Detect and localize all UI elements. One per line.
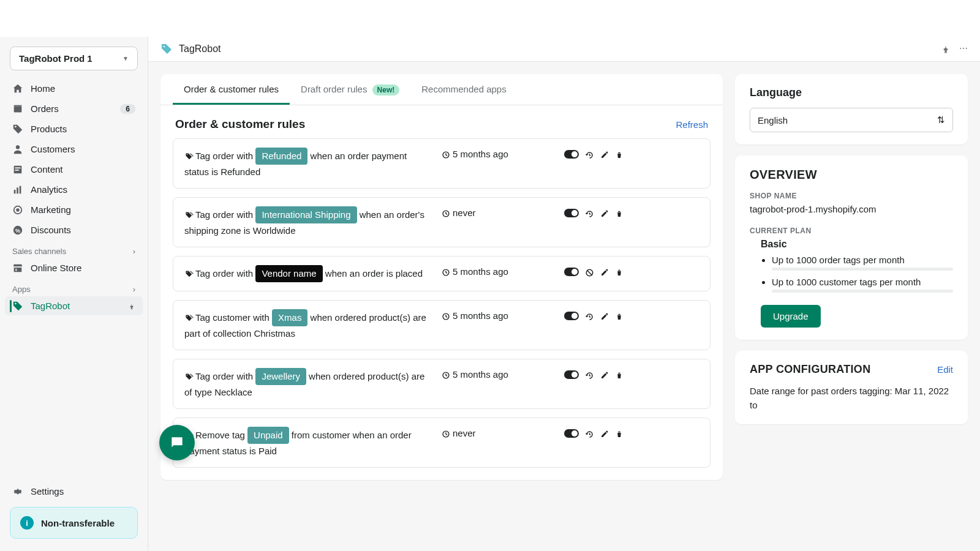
- info-icon: i: [20, 516, 34, 530]
- clock-icon: [442, 149, 450, 159]
- nav-marketing[interactable]: Marketing: [5, 200, 143, 219]
- delete-icon[interactable]: [615, 310, 624, 321]
- svg-rect-7: [17, 188, 18, 194]
- nav-label: Content: [31, 164, 63, 174]
- edit-icon[interactable]: [600, 310, 609, 321]
- language-select[interactable]: English ⇅: [750, 108, 953, 132]
- tabs: Order & customer rules Draft order rules…: [160, 74, 723, 105]
- overview-heading: OVERVIEW: [750, 168, 953, 182]
- edit-icon[interactable]: [600, 428, 609, 438]
- tab-order-customer-rules[interactable]: Order & customer rules: [173, 74, 290, 105]
- toggle-switch[interactable]: [564, 268, 579, 276]
- rule-actions: [564, 265, 624, 277]
- time-text: 5 months ago: [453, 149, 508, 159]
- more-icon[interactable]: ⋯: [959, 43, 968, 54]
- edit-icon[interactable]: [600, 149, 609, 159]
- rule-row[interactable]: Tag order with Refunded when an order pa…: [173, 138, 710, 189]
- delete-icon[interactable]: [615, 266, 624, 277]
- plan-limit: Up to 1000 customer tags per month: [772, 277, 953, 293]
- disable-icon[interactable]: [585, 266, 594, 277]
- pin-icon[interactable]: [128, 302, 135, 310]
- nav-online-store[interactable]: Online Store: [5, 258, 143, 277]
- edit-icon[interactable]: [600, 208, 609, 218]
- rule-timestamp: 5 months ago: [442, 368, 552, 380]
- rule-text: Tag order with: [195, 151, 255, 161]
- clock-icon: [442, 310, 450, 321]
- pin-icon[interactable]: [941, 43, 951, 54]
- discount-icon: %: [12, 224, 23, 236]
- tab-recommended-apps[interactable]: Recommended apps: [410, 74, 517, 105]
- tab-draft-order-rules[interactable]: Draft order rules New!: [290, 74, 410, 105]
- nav-products[interactable]: Products: [5, 119, 143, 138]
- analytics-icon: [12, 184, 23, 195]
- history-icon[interactable]: [585, 208, 594, 219]
- tags-icon: [184, 312, 194, 323]
- time-text: 5 months ago: [453, 266, 508, 277]
- store-icon: [12, 262, 23, 274]
- nav-tagrobot[interactable]: TagRobot: [5, 296, 143, 315]
- select-caret-icon: ⇅: [937, 114, 945, 126]
- plan-limit-text: Up to 1000 customer tags per month: [772, 277, 921, 287]
- edit-icon[interactable]: [600, 266, 609, 277]
- toggle-switch[interactable]: [564, 429, 579, 438]
- language-heading: Language: [750, 86, 953, 99]
- history-icon[interactable]: [585, 310, 594, 321]
- toggle-switch[interactable]: [564, 370, 579, 379]
- rule-actions: [564, 368, 624, 380]
- rule-description: Tag order with Jewellery when ordered pr…: [184, 368, 429, 400]
- nav-content[interactable]: Content: [5, 160, 143, 179]
- toggle-switch[interactable]: [564, 209, 579, 217]
- rule-timestamp: 5 months ago: [442, 148, 552, 159]
- clock-icon: [442, 208, 450, 218]
- rule-description: Tag customer with Xmas when ordered prod…: [184, 309, 429, 341]
- edit-link[interactable]: Edit: [937, 364, 953, 375]
- nav-orders[interactable]: Orders 6: [5, 99, 143, 118]
- delete-icon[interactable]: [615, 428, 624, 438]
- tag-icon: [12, 123, 23, 135]
- delete-icon[interactable]: [615, 149, 624, 159]
- rule-row[interactable]: Tag order with Jewellery when ordered pr…: [173, 359, 710, 409]
- delete-icon[interactable]: [615, 208, 624, 218]
- section-apps[interactable]: Apps ›: [5, 279, 143, 296]
- time-text: 5 months ago: [453, 369, 508, 380]
- tag-pill: Refunded: [255, 148, 307, 165]
- rule-row[interactable]: Tag order with Vendor name when an order…: [173, 256, 710, 291]
- svg-point-13: [164, 46, 165, 47]
- clock-icon: [442, 428, 450, 438]
- gear-icon: [12, 485, 23, 497]
- delete-icon[interactable]: [615, 369, 624, 380]
- rule-row[interactable]: Tag customer with Xmas when ordered prod…: [173, 300, 710, 350]
- plan-limit-text: Up to 1000 order tags per month: [772, 255, 905, 265]
- rules-heading: Order & customer rules: [175, 118, 305, 131]
- tags-icon: [184, 151, 194, 161]
- edit-icon[interactable]: [600, 369, 609, 380]
- svg-rect-8: [20, 186, 21, 194]
- history-icon[interactable]: [585, 428, 594, 439]
- rule-text: Tag customer with: [195, 312, 272, 323]
- nav-discounts[interactable]: % Discounts: [5, 220, 143, 239]
- store-selector[interactable]: TagRobot Prod 1 ▼: [10, 47, 138, 70]
- section-sales-channels[interactable]: Sales channels ›: [5, 241, 143, 258]
- nav-customers[interactable]: Customers: [5, 140, 143, 159]
- toggle-switch[interactable]: [564, 312, 579, 320]
- refresh-link[interactable]: Refresh: [676, 119, 708, 130]
- sidebar: TagRobot Prod 1 ▼ Home Orders 6 Products: [0, 37, 148, 551]
- tag-pill: Vendor name: [255, 265, 322, 282]
- nav-analytics[interactable]: Analytics: [5, 180, 143, 199]
- toggle-switch[interactable]: [564, 150, 579, 159]
- nav-settings[interactable]: Settings: [5, 482, 143, 501]
- rule-actions: [564, 148, 624, 160]
- history-icon[interactable]: [585, 149, 594, 160]
- nav-label: Customers: [31, 144, 75, 154]
- chat-fab[interactable]: [159, 425, 195, 460]
- store-selector-label: TagRobot Prod 1: [19, 53, 92, 64]
- nav-home[interactable]: Home: [5, 79, 143, 98]
- section-label: Sales channels: [12, 247, 66, 256]
- nav-label: TagRobot: [31, 301, 70, 311]
- upgrade-button[interactable]: Upgrade: [761, 305, 821, 328]
- history-icon[interactable]: [585, 369, 594, 380]
- rule-row[interactable]: Remove tag Unpaid from customer when an …: [173, 418, 710, 468]
- rule-row[interactable]: Tag order with International Shipping wh…: [173, 197, 710, 247]
- page-title: TagRobot: [179, 43, 221, 54]
- language-selected: English: [758, 115, 788, 126]
